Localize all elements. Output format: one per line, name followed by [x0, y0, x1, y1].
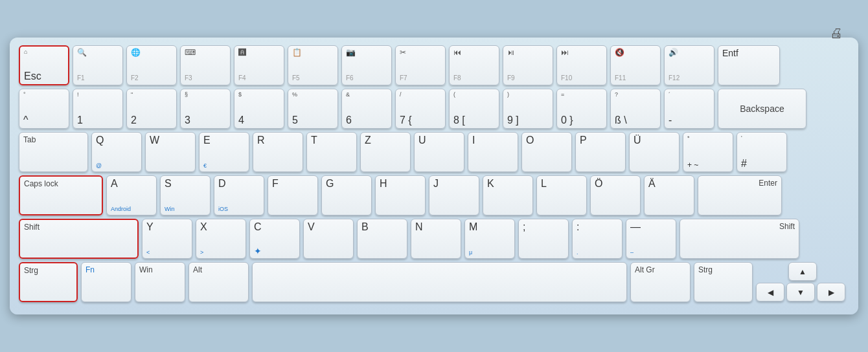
key-f10-icon: ⏭	[561, 49, 602, 57]
key-f8-icon: ⏮	[453, 49, 495, 57]
key-6-top: &	[346, 92, 387, 98]
key-f10-label: F10	[561, 74, 602, 82]
key-4[interactable]: $ 4	[234, 89, 284, 129]
key-dash[interactable]: ´ -	[664, 89, 714, 129]
key-arrow-down[interactable]: ▼	[786, 283, 815, 302]
key-caret[interactable]: ° ^	[19, 89, 69, 129]
key-l[interactable]: L	[536, 175, 587, 215]
key-f7[interactable]: ✂ F7	[395, 45, 446, 85]
key-0[interactable]: = 0 }	[556, 89, 607, 129]
key-f1-label: F1	[77, 74, 119, 82]
key-n[interactable]: N	[411, 219, 461, 259]
key-f1[interactable]: 🔍 F1	[73, 45, 123, 85]
key-m-sub: μ	[469, 250, 510, 256]
key-a-main: A	[111, 179, 152, 189]
key-u[interactable]: U	[414, 132, 464, 172]
key-caps-lock[interactable]: Caps lock	[19, 175, 103, 215]
key-f11-icon: 🔇	[615, 49, 656, 57]
key-f9[interactable]: ⏯ F9	[503, 45, 553, 85]
key-y[interactable]: Y <	[142, 219, 192, 259]
key-j[interactable]: J	[429, 175, 479, 215]
key-fn-label: Fn	[86, 265, 127, 274]
key-shift-right[interactable]: Shift	[680, 219, 799, 259]
key-a[interactable]: A Android	[106, 175, 157, 215]
key-g[interactable]: G	[321, 175, 372, 215]
key-arrow-left[interactable]: ◀	[756, 283, 784, 302]
key-f2-icon: 🌐	[131, 49, 172, 57]
key-space[interactable]	[252, 262, 627, 302]
key-t[interactable]: T	[306, 132, 357, 172]
key-plus[interactable]: * + ~	[683, 132, 733, 172]
key-m[interactable]: M μ	[464, 219, 515, 259]
key-f3[interactable]: ⌨ F3	[180, 45, 231, 85]
key-f5[interactable]: 📋 F5	[288, 45, 338, 85]
key-v[interactable]: V	[303, 219, 354, 259]
key-s[interactable]: S Win	[160, 175, 211, 215]
key-2[interactable]: " 2	[126, 89, 177, 129]
key-2-main: 2	[131, 115, 172, 126]
key-hash-main: #	[741, 159, 782, 169]
key-w[interactable]: W	[145, 132, 196, 172]
key-tab[interactable]: Tab	[19, 132, 88, 172]
key-f11[interactable]: 🔇 F11	[610, 45, 661, 85]
key-hash[interactable]: ' #	[737, 132, 787, 172]
key-ue[interactable]: Ü	[629, 132, 680, 172]
key-strg-left-label: Strg	[24, 266, 73, 275]
key-oe[interactable]: Ö	[590, 175, 641, 215]
key-alt-left[interactable]: Alt	[188, 262, 249, 302]
bottom-row: Strg Fn Win Alt Alt Gr Strg ▲ ◀ ▼	[19, 262, 849, 302]
key-8[interactable]: ( 8 [	[449, 89, 499, 129]
key-sharp[interactable]: ? ß \	[610, 89, 661, 129]
key-alt-gr-label: Alt Gr	[635, 265, 686, 274]
key-r[interactable]: R	[253, 132, 303, 172]
key-b[interactable]: B	[357, 219, 407, 259]
key-strg-left[interactable]: Strg	[19, 262, 78, 302]
key-win[interactable]: Win	[135, 262, 185, 302]
key-enter[interactable]: Enter	[698, 175, 782, 215]
key-1[interactable]: ! 1	[73, 89, 123, 129]
key-3[interactable]: § 3	[180, 89, 231, 129]
key-esc[interactable]: ⌂ Esc	[19, 45, 69, 85]
key-7[interactable]: / 7 {	[395, 89, 446, 129]
key-k-main: K	[487, 179, 529, 189]
key-entf[interactable]: Entf	[718, 45, 780, 85]
qwertz-row: Tab Q @ W E € R T Z U I O P	[19, 132, 849, 172]
key-o[interactable]: O	[521, 132, 572, 172]
key-9[interactable]: ) 9 ]	[503, 89, 553, 129]
key-arrow-right[interactable]: ▶	[817, 283, 845, 302]
key-f6[interactable]: 📷 F6	[341, 45, 392, 85]
key-f4[interactable]: 🅰 F4	[234, 45, 284, 85]
key-backspace-label: Backspace	[722, 104, 802, 114]
key-fn[interactable]: Fn	[81, 262, 131, 302]
key-p[interactable]: P	[575, 132, 626, 172]
key-x[interactable]: X >	[196, 219, 246, 259]
key-c[interactable]: C ✦	[249, 219, 300, 259]
key-d[interactable]: D iOS	[214, 175, 264, 215]
key-i[interactable]: I	[468, 132, 518, 172]
key-backspace[interactable]: Backspace	[718, 89, 806, 129]
key-ae[interactable]: Ä	[644, 175, 694, 215]
key-5[interactable]: % 5	[288, 89, 338, 129]
key-h[interactable]: H	[375, 175, 426, 215]
key-f12[interactable]: 🔊 F12	[664, 45, 714, 85]
key-f2[interactable]: 🌐 F2	[126, 45, 177, 85]
key-f8[interactable]: ⏮ F8	[449, 45, 499, 85]
key-comma[interactable]: ;	[518, 219, 569, 259]
key-period[interactable]: : .	[572, 219, 622, 259]
key-shift-left[interactable]: Shift	[19, 219, 139, 259]
key-f10[interactable]: ⏭ F10	[556, 45, 607, 85]
key-f[interactable]: F	[268, 175, 318, 215]
key-alt-gr[interactable]: Alt Gr	[630, 262, 691, 302]
key-arrow-up[interactable]: ▲	[788, 262, 817, 281]
key-f3-label: F3	[185, 74, 226, 82]
key-f7-icon: ✂	[400, 49, 441, 57]
key-z[interactable]: Z	[360, 132, 411, 172]
key-6[interactable]: & 6	[341, 89, 392, 129]
key-q[interactable]: Q @	[91, 132, 142, 172]
key-strg-right[interactable]: Strg	[694, 262, 753, 302]
key-esc-icon: ⌂	[24, 49, 64, 56]
key-8-top: (	[453, 92, 495, 98]
key-e[interactable]: E €	[199, 132, 249, 172]
key-k[interactable]: K	[483, 175, 533, 215]
key-minus[interactable]: — –	[626, 219, 676, 259]
